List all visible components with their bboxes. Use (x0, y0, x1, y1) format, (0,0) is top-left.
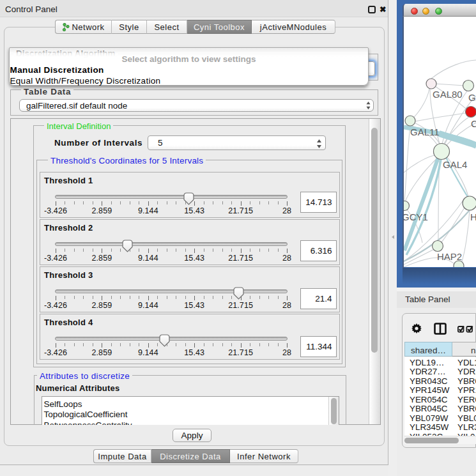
svg-text:GAL80: GAL80 (433, 89, 463, 100)
svg-text:GAL4: GAL4 (443, 159, 467, 170)
svg-text:GCY1: GCY1 (404, 211, 428, 222)
svg-text:GAL11: GAL11 (410, 127, 440, 137)
svg-text:H: H (470, 211, 476, 222)
svg-text:C: C (471, 118, 476, 129)
svg-text:HAP2: HAP2 (437, 251, 462, 262)
svg-text:GA: GA (468, 92, 476, 103)
